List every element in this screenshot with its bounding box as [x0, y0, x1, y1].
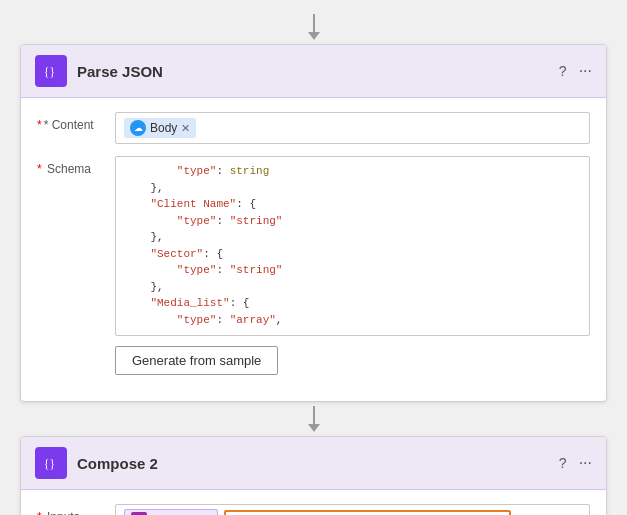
code-line-5: },: [124, 229, 577, 246]
generate-from-sample-button[interactable]: Generate from sample: [115, 346, 278, 375]
schema-label: * Schema: [37, 156, 105, 176]
schema-row: * Schema "type": string }, "Client Name"…: [37, 156, 590, 375]
parse-json-title: Parse JSON: [77, 63, 549, 80]
parse-json-help-button[interactable]: ?: [559, 63, 567, 79]
compose2-help-button[interactable]: ?: [559, 455, 567, 471]
parse-json-card: {} Parse JSON ? ··· ** Content ☁ Body ✕: [20, 44, 607, 402]
connector-arrow: [308, 32, 320, 40]
compose2-body: * Inputs fx xpath(...) ✕ xpath(xml(body(…: [21, 490, 606, 515]
svg-text:{}: {}: [44, 66, 55, 79]
connector-line: [313, 14, 315, 32]
content-label: ** Content: [37, 112, 105, 132]
inputs-label: * Inputs: [37, 504, 105, 515]
inputs-area[interactable]: fx xpath(...) ✕ xpath(xml(body('Parse_JS…: [115, 504, 590, 515]
schema-box[interactable]: "type": string }, "Client Name": { "type…: [115, 156, 590, 336]
compose2-header: {} Compose 2 ? ···: [21, 437, 606, 490]
code-line-6: "Sector": {: [124, 246, 577, 263]
body-tag-close[interactable]: ✕: [181, 123, 190, 134]
code-line-9: "Media_list": {: [124, 295, 577, 312]
body-tag-icon: ☁: [130, 120, 146, 136]
code-line-10: "type": "array",: [124, 312, 577, 329]
code-line-8: },: [124, 279, 577, 296]
connector-line-mid: [313, 406, 315, 424]
content-row: ** Content ☁ Body ✕: [37, 112, 590, 144]
parse-json-more-button[interactable]: ···: [579, 62, 592, 80]
compose2-title: Compose 2: [77, 455, 549, 472]
inputs-row: * Inputs fx xpath(...) ✕ xpath(xml(body(…: [37, 504, 590, 515]
schema-field: "type": string }, "Client Name": { "type…: [115, 156, 590, 375]
compose2-card: {} Compose 2 ? ··· * Inputs fx xpath(...…: [20, 436, 607, 515]
code-line-2: },: [124, 180, 577, 197]
parse-json-body: ** Content ☁ Body ✕ * Schema: [21, 98, 606, 401]
body-tag: ☁ Body ✕: [124, 118, 196, 138]
code-line-1: "type": string: [124, 163, 577, 180]
top-connector: [308, 14, 320, 40]
parse-json-header: {} Parse JSON ? ···: [21, 45, 606, 98]
svg-text:{}: {}: [44, 458, 55, 471]
connector-arrow-mid: [308, 424, 320, 432]
compose2-more-button[interactable]: ···: [579, 454, 592, 472]
middle-connector: [308, 406, 320, 432]
parse-json-actions: ? ···: [559, 62, 592, 80]
xpath-expression: xpath(xml(body('Parse_JSON')), '/root/*'…: [224, 510, 511, 515]
code-line-4: "type": "string": [124, 213, 577, 230]
content-field[interactable]: ☁ Body ✕: [115, 112, 590, 144]
content-tag-input[interactable]: ☁ Body ✕: [115, 112, 590, 144]
compose2-icon: {}: [35, 447, 67, 479]
code-line-7: "type": "string": [124, 262, 577, 279]
parse-json-icon: {}: [35, 55, 67, 87]
body-tag-label: Body: [150, 121, 177, 135]
code-line-3: "Client Name": {: [124, 196, 577, 213]
fx-tag: fx xpath(...) ✕: [124, 509, 218, 515]
inputs-field: fx xpath(...) ✕ xpath(xml(body('Parse_JS…: [115, 504, 590, 515]
schema-scroll[interactable]: "type": string }, "Client Name": { "type…: [124, 163, 581, 329]
compose2-actions: ? ···: [559, 454, 592, 472]
